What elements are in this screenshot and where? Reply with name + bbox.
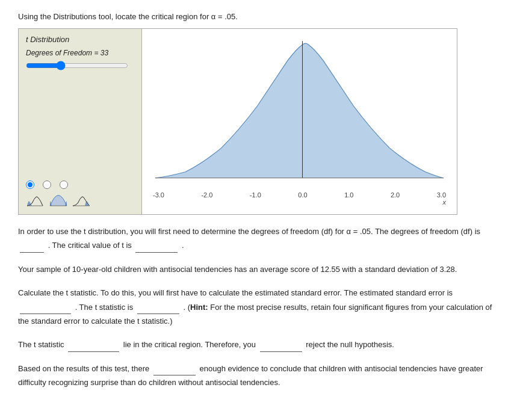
blank-evidence[interactable] [153,367,196,375]
hint-bold: Hint: [190,303,208,312]
dof-slider[interactable] [26,61,128,70]
x-label-2: 2.0 [391,191,400,199]
x-label-1: 1.0 [344,191,353,199]
radio-right[interactable] [60,181,68,189]
radio-left[interactable] [26,181,34,189]
radio-group [26,181,134,189]
s4-text2: lie in the critical region. Therefore, y… [123,340,256,349]
s3-text3: . ( [183,303,190,312]
blank-dof[interactable] [20,244,44,253]
left-tail-icon[interactable] [26,193,45,208]
x-axis-labels: -3.0 -2.0 -1.0 0.0 1.0 2.0 3.0 [149,190,450,199]
blank-std-error[interactable] [20,306,71,314]
s1-text2: . The critical value of t is [48,241,132,250]
radio-middle[interactable] [43,181,51,189]
section-5-text: Based on the results of this test, there… [18,362,505,390]
section-3: Calculate the t statistic. To do this, y… [18,286,505,328]
distribution-chart [149,34,450,183]
x-label-n3: -3.0 [153,191,164,199]
section-4-text: The t statistic lie in the critical regi… [18,338,505,351]
s3-text2: . The t statistic is [75,303,134,312]
s4-text1: The t statistic [18,340,64,349]
section-4: The t statistic lie in the critical regi… [18,338,505,351]
x-label-0: 0.0 [298,191,307,199]
slider-container [26,61,134,72]
two-tail-icon[interactable] [49,193,68,208]
blank-reject[interactable] [260,344,302,352]
x-variable-label: x [149,199,450,206]
blank-critical-value[interactable] [135,244,178,253]
section-1-text: In order to use the t distribution, you … [18,224,505,253]
chart-area [149,34,450,190]
x-label-n2: -2.0 [201,191,212,199]
dof-label: Degrees of Freedom = 33 [26,49,134,57]
left-panel: t Distribution Degrees of Freedom = 33 [19,29,142,214]
blank-lie[interactable] [68,344,119,352]
icon-row [26,193,134,208]
s4-text3: reject the null hypothesis. [306,340,394,349]
section-1: In order to use the t distribution, you … [18,224,505,253]
section-2-text: Your sample of 10-year-old children with… [18,262,505,276]
s5-text1: Based on the results of this test, there [18,364,149,373]
distribution-title: t Distribution [26,35,134,44]
blank-t-statistic[interactable] [137,306,179,314]
distribution-tool: t Distribution Degrees of Freedom = 33 [18,28,457,215]
right-tail-icon[interactable] [72,193,91,208]
section-5: Based on the results of this test, there… [18,362,505,390]
intro-text: Using the Distributions tool, locate the… [18,12,505,21]
section-3-text: Calculate the t statistic. To do this, y… [18,286,505,328]
s1-text3: . [182,241,184,250]
s1-text1: In order to use the t distribution, you … [18,227,480,236]
right-panel: -3.0 -2.0 -1.0 0.0 1.0 2.0 3.0 x [142,29,457,214]
s3-text1: Calculate the t statistic. To do this, y… [18,288,453,297]
section-2: Your sample of 10-year-old children with… [18,262,505,276]
x-label-n1: -1.0 [250,191,261,199]
x-label-3: 3.0 [437,191,446,199]
